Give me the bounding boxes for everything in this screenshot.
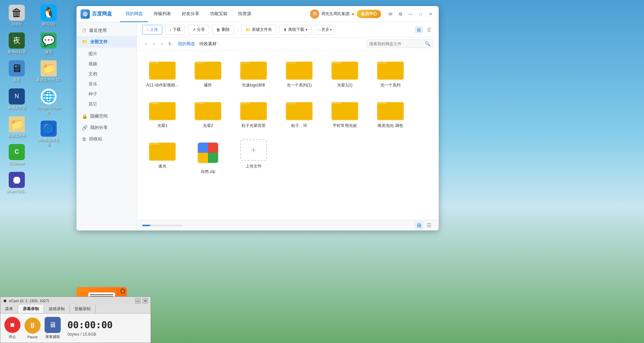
nox-icon: 夜 xyxy=(9,32,25,49)
settings-icon-button[interactable]: ⚙ xyxy=(396,10,405,18)
file-item-f14[interactable]: 自然.zip xyxy=(188,137,228,177)
ocam-pause-button[interactable]: ⏸ xyxy=(24,318,41,334)
file-label-f1: A11-动作影视精... xyxy=(146,82,178,88)
maximize-button[interactable]: □ xyxy=(417,10,425,18)
desktop-icon-weixin[interactable]: 💬 微信 xyxy=(35,31,62,56)
lock-icon: 🔒 xyxy=(82,114,88,119)
minimize-button[interactable]: — xyxy=(407,10,415,18)
offline-dropdown-icon: ▾ xyxy=(306,28,307,31)
file-item-f12[interactable]: 唯美泡光 调色 xyxy=(370,96,411,131)
desktop-icon-desktop[interactable]: 🖥 桌面 xyxy=(3,59,30,83)
close-button[interactable]: ✕ xyxy=(427,10,435,18)
sidebar-item-other[interactable]: 其它 xyxy=(76,99,137,109)
sidebar-item-music[interactable]: 音乐 xyxy=(76,79,137,89)
breadcrumb-root[interactable]: 我的网盘 xyxy=(178,41,195,47)
delete-button[interactable]: 🗑 删除 xyxy=(212,25,234,35)
file-item-f3[interactable]: 光速logo演绎 xyxy=(233,56,274,91)
file-item-f11[interactable]: 平时常用光效 xyxy=(325,96,365,131)
tab-my-disk[interactable]: 我的网盘 xyxy=(120,6,148,22)
ocam-controls: ■ 停止 ⏸ Pause 🖥 屏幕捕获 00:00:00 0bytes / 15… xyxy=(0,314,151,343)
upload-button[interactable]: ↑ 上传 xyxy=(142,25,162,35)
search-input[interactable] xyxy=(369,42,424,46)
list-view-status-button[interactable]: ☰ xyxy=(425,221,433,229)
ocam-timer-display: 00:00:00 xyxy=(67,320,113,331)
breadcrumb-bar: ‹ › › ↻ 我的网盘 › 待效素材 › 🔍 xyxy=(137,38,439,50)
ocam-minimize-button[interactable]: — xyxy=(135,298,141,303)
file-item-f15[interactable]: + 上传文件 xyxy=(233,137,274,177)
file-item-f5[interactable]: 光晕1(1) xyxy=(325,56,365,91)
search-area[interactable]: 🔍 xyxy=(366,40,433,48)
file-item-f6[interactable]: 光一个系列 xyxy=(370,56,411,91)
sidebar-item-recent[interactable]: ⏱ 最近使用 xyxy=(76,25,137,36)
file-item-f4[interactable]: 光一个系列(1) xyxy=(279,56,319,91)
breadcrumb-more-button[interactable]: › xyxy=(158,40,166,48)
refresh-button[interactable]: ↻ xyxy=(166,40,174,48)
file-item-f9[interactable]: 粒子光晕背景 xyxy=(233,96,274,131)
ocam-tab-screen-record[interactable]: 屏幕录制 xyxy=(18,305,44,313)
share-button[interactable]: ↗ 分享 xyxy=(188,25,209,35)
desktop-icon-recycle[interactable]: 🗑 回收站 xyxy=(3,3,30,28)
tab-friends[interactable]: 好友分享 xyxy=(176,6,205,22)
desktop-icon-360[interactable]: 🔵 360极速浏览器 xyxy=(35,119,62,148)
svg-rect-49 xyxy=(378,104,403,120)
sidebar-item-all-files[interactable]: 📁 全部文件 xyxy=(76,36,137,48)
file-item-f1[interactable]: A11-动作影视精... xyxy=(142,56,182,91)
tab-tools[interactable]: 功能宝箱 xyxy=(205,6,233,22)
ocam-capture-button[interactable]: 🖥 xyxy=(45,317,61,333)
chrome-label: Google Chrome xyxy=(37,106,61,115)
mail-icon-button[interactable]: ✉ xyxy=(386,10,394,18)
sidebar-item-seeds[interactable]: 种子 xyxy=(76,89,137,99)
desktop-icon-ocam[interactable]: ⏺ oCam 515... xyxy=(3,170,30,195)
ocam-stop-button[interactable]: ■ xyxy=(4,317,20,333)
file-item-f2[interactable]: 爆炸 xyxy=(188,56,228,91)
file-label-f11: 平时常用光效 xyxy=(333,123,357,129)
file-item-f7[interactable]: 光晕1 xyxy=(142,96,182,131)
ccleaner-label: CCleaner xyxy=(9,161,24,166)
desktop-icon-qq[interactable]: 🐧 腾讯QQ xyxy=(35,3,62,28)
download-button[interactable]: ↓ 下载 xyxy=(165,25,185,35)
sidebar-item-images[interactable]: 图片 xyxy=(76,49,137,59)
desktop-icon-nox[interactable]: 夜 夜神模拟器 xyxy=(3,31,30,56)
title-bar: 云 百度网盘 我的网盘 传输列表 好友分享 功能宝箱 找资源 周 周先生周氏集团… xyxy=(76,6,439,22)
ad-close-button[interactable]: ✕ xyxy=(120,288,125,294)
list-view-button[interactable]: ☰ xyxy=(425,26,433,33)
ocam-tab-audio-record[interactable]: 音频录制 xyxy=(70,305,96,313)
desktop-icon-newfile2[interactable]: 📁 新建文件夹 (2) xyxy=(35,59,62,83)
file-item-f13[interactable]: 速光 xyxy=(142,137,182,177)
chrome-icon: 🌐 xyxy=(41,88,57,105)
sidebar-item-private[interactable]: 🔒 隐藏空间 xyxy=(76,111,137,122)
sidebar-item-videos[interactable]: 视频 xyxy=(76,59,137,69)
ocam-close-button[interactable]: ✕ xyxy=(143,298,148,303)
vip-button[interactable]: 会员中心 xyxy=(357,10,381,18)
offline-download-button[interactable]: ⬇ 离线下载 ▾ xyxy=(279,25,312,35)
logo-text: 百度网盘 xyxy=(92,11,112,17)
user-info[interactable]: 周 周先生周氏集团 ♥ xyxy=(310,9,354,19)
search-icon[interactable]: 🔍 xyxy=(425,41,430,46)
ocam-capture-area: 🖥 屏幕捕获 xyxy=(45,317,61,339)
tab-transfer[interactable]: 传输列表 xyxy=(148,6,176,22)
main-content: ↑ 上传 ↓ 下载 ↗ 分享 🗑 删除 📁 新建文件夹 xyxy=(137,22,439,230)
grid-view-button[interactable]: ⊞ xyxy=(415,26,423,33)
desktop-icon-ccleaner[interactable]: C CCleaner xyxy=(3,143,30,167)
title-icons: ✉ ⚙ — □ ✕ xyxy=(386,10,435,18)
sidebar-item-my-share[interactable]: 🔗 我的分享 xyxy=(76,122,137,133)
back-button[interactable]: ‹ xyxy=(142,40,150,48)
desktop-icon-newfile[interactable]: 📁 新建文件夹 xyxy=(3,115,30,139)
forward-button[interactable]: › xyxy=(150,40,158,48)
svg-rect-5 xyxy=(150,64,175,79)
new-folder-button[interactable]: 📁 新建文件夹 xyxy=(241,25,276,35)
more-button[interactable]: ··· 更多 ▾ xyxy=(314,25,335,35)
desktop-icon-nox2[interactable]: N 夜神多开器 xyxy=(3,87,30,112)
more-dropdown-icon: ▾ xyxy=(330,28,332,31)
ocam-tab-game-record[interactable]: 游戏录制 xyxy=(44,305,70,313)
file-item-f10[interactable]: 粒子，环 xyxy=(279,96,319,131)
desktop-icon-chrome[interactable]: 🌐 Google Chrome xyxy=(35,87,62,116)
tab-resources[interactable]: 找资源 xyxy=(233,6,257,22)
ocam-tab-menu[interactable]: 菜单 xyxy=(0,305,18,313)
sidebar-item-docs[interactable]: 文档 xyxy=(76,69,137,79)
file-item-f8[interactable]: 光晕2 xyxy=(188,96,228,131)
svg-rect-41 xyxy=(286,104,312,120)
sidebar-item-recycle[interactable]: 🗑 回收站 xyxy=(76,133,137,145)
grid-view-status-button[interactable]: ⊞ xyxy=(415,221,423,229)
file-label-f9: 粒子光晕背景 xyxy=(241,123,266,129)
